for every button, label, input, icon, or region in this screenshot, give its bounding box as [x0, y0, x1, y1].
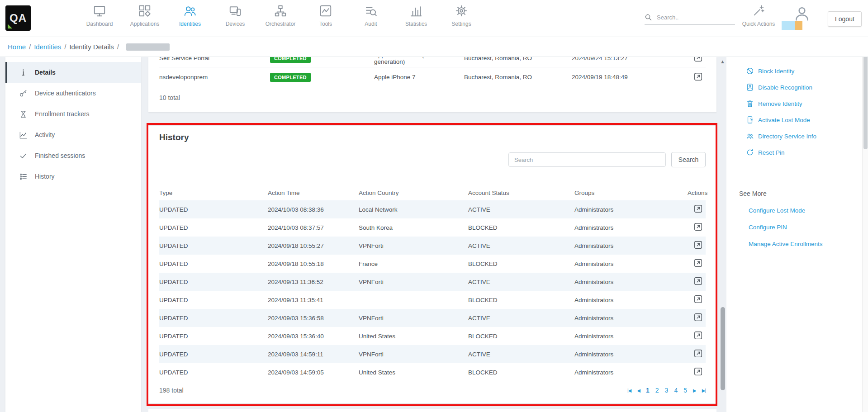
cell-groups: Administrators [574, 333, 688, 340]
status-badge: COMPLETED [270, 57, 311, 63]
action-disable-recognition[interactable]: Disable Recognition [726, 79, 862, 95]
pagination-next-icon[interactable]: ▶ [693, 388, 696, 393]
cell-country: South Korea [359, 224, 468, 231]
sidebar-item-history[interactable]: History [5, 166, 141, 187]
pagination-page-3[interactable]: 3 [665, 387, 669, 394]
sidebar-item-device-authenticators[interactable]: Device authenticators [5, 83, 141, 104]
session-status: COMPLETED [270, 73, 374, 82]
nav-identities[interactable]: Identities [167, 4, 213, 27]
history-total: 198 total [159, 387, 184, 394]
row-details-button[interactable] [693, 204, 704, 215]
row-details-button[interactable] [693, 276, 704, 287]
open-details-icon [693, 204, 703, 214]
action-remove-identity[interactable]: Remove Identity [726, 95, 862, 112]
nav-dashboard[interactable]: Dashboard [77, 4, 122, 27]
row-details-button[interactable] [693, 313, 704, 323]
session-location: Bucharest, Romania, RO [464, 57, 572, 62]
cell-type: UPDATED [159, 297, 268, 303]
sidebar-item-details[interactable]: Details [5, 62, 141, 83]
breadcrumb-separator: / [117, 43, 119, 51]
pagination-page-4[interactable]: 4 [674, 387, 678, 394]
quick-actions-button[interactable]: Quick Actions [736, 5, 781, 27]
users-icon [746, 132, 754, 140]
session-time: 2024/09/19 18:48:49 [572, 74, 688, 81]
row-details-button[interactable] [693, 367, 704, 378]
sidebar-item-enrollment-trackers[interactable]: Enrollment trackers [5, 104, 141, 124]
sidebar-item-activity[interactable]: Activity [5, 124, 141, 145]
global-search [645, 14, 735, 25]
link-configure-pin[interactable]: Configure PIN [749, 224, 862, 231]
logout-button[interactable]: Logout [828, 11, 862, 27]
search-icon [645, 14, 652, 21]
main-nav: Dashboard Applications Identities Device… [77, 4, 484, 27]
pagination-prev-icon[interactable]: ◀ [637, 388, 640, 393]
nav-label: Audit [365, 21, 377, 27]
action-activate-lost-mode[interactable]: Activate Lost Mode [726, 112, 862, 128]
action-block-identity[interactable]: Block Identity [726, 63, 862, 79]
applications-icon [138, 4, 152, 18]
pagination-last-icon[interactable]: ▶| [702, 388, 706, 393]
row-details-button[interactable] [693, 240, 704, 251]
nav-devices[interactable]: Devices [213, 4, 258, 27]
open-details-icon [693, 349, 703, 359]
col-account-status: Account Status [468, 189, 574, 196]
row-details-button[interactable] [693, 294, 704, 305]
history-search-input[interactable] [508, 152, 666, 167]
cell-type: UPDATED [159, 260, 268, 267]
nav-orchestrator[interactable]: Orchestrator [258, 4, 303, 27]
hourglass-icon [19, 110, 28, 118]
nav-label: Statistics [405, 21, 427, 27]
cell-time: 2024/09/03 14:59:05 [268, 369, 359, 376]
devices-icon [228, 4, 242, 18]
row-details-button[interactable] [693, 258, 704, 269]
link-manage-active-enrollments[interactable]: Manage Active Enrollments [749, 241, 862, 247]
link-configure-lost-mode[interactable]: Configure Lost Mode [749, 207, 862, 214]
action-label: Directory Service Info [758, 133, 816, 140]
language-flag-blue[interactable] [782, 21, 795, 30]
sessions-total: 10 total [159, 94, 706, 101]
col-action-time: Action Time [268, 189, 359, 196]
nav-tools[interactable]: Tools [303, 4, 348, 27]
breadcrumb-identities[interactable]: Identities [34, 43, 61, 51]
next-card-edge [148, 409, 716, 412]
cell-type: UPDATED [159, 351, 268, 358]
breadcrumb-separator: / [64, 43, 66, 51]
pagination-page-5[interactable]: 5 [683, 387, 687, 394]
settings-gear-icon [455, 4, 468, 18]
nav-settings[interactable]: Settings [439, 4, 484, 27]
app-logo[interactable]: QA [5, 5, 31, 31]
action-reset-pin[interactable]: Reset Pin [726, 144, 862, 161]
lost-mode-phone-icon [746, 116, 754, 124]
window-scrollbar-thumb[interactable] [863, 41, 868, 149]
history-search-button[interactable]: Search [671, 152, 706, 167]
nav-statistics[interactable]: Statistics [394, 4, 439, 27]
pagination-page-1[interactable]: 1 [646, 387, 650, 394]
language-flag-orange [795, 21, 802, 30]
action-label: Disable Recognition [758, 84, 812, 91]
status-badge: COMPLETED [270, 73, 311, 82]
cell-groups: Administrators [574, 242, 688, 249]
breadcrumb-home[interactable]: Home [8, 43, 26, 51]
content-scrollbar-thumb[interactable] [721, 307, 725, 390]
row-details-button[interactable] [693, 222, 704, 233]
action-directory-service-info[interactable]: Directory Service Info [726, 128, 862, 144]
session-details-button[interactable] [693, 57, 704, 64]
row-details-button[interactable] [693, 331, 704, 341]
window-scrollbar[interactable] [862, 37, 868, 412]
pagination-first-icon[interactable]: |◀ [627, 388, 631, 393]
sidebar-item-finished-sessions[interactable]: Finished sessions [5, 145, 141, 166]
sidebar-item-label: Enrollment trackers [35, 110, 90, 118]
nav-applications[interactable]: Applications [122, 4, 167, 27]
action-label: Reset Pin [758, 149, 785, 156]
session-details-button[interactable] [693, 72, 704, 83]
user-avatar[interactable] [793, 5, 811, 22]
row-details-button[interactable] [693, 349, 704, 360]
global-search-input[interactable] [657, 14, 729, 21]
open-details-icon [693, 294, 703, 304]
cell-time: 2024/09/03 15:36:58 [268, 315, 359, 322]
pagination-page-2[interactable]: 2 [655, 387, 659, 394]
scrollbar-up-arrow[interactable]: ▲ [720, 59, 725, 64]
trash-icon [746, 99, 754, 108]
cell-status: ACTIVE [468, 242, 574, 249]
nav-audit[interactable]: Audit [348, 4, 394, 27]
